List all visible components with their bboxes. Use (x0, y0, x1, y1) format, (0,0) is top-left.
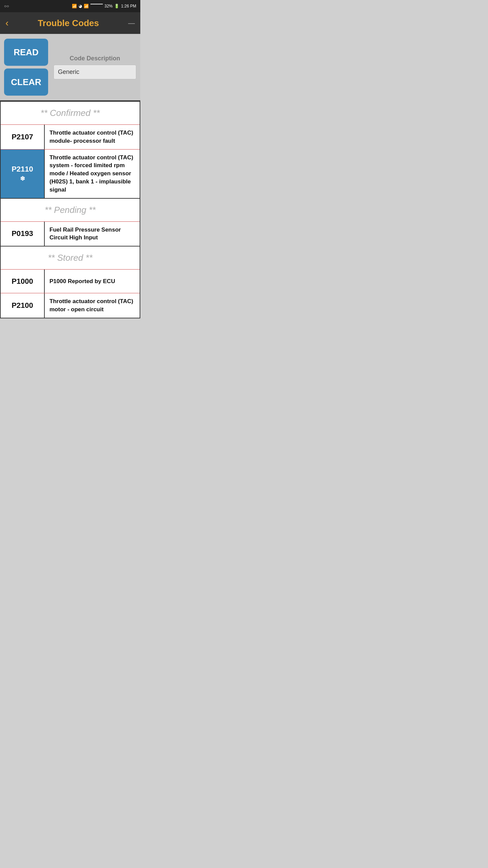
stored-section-header: ** Stored ** (1, 246, 140, 269)
code-value: P2100 (12, 301, 33, 310)
code-cell-p0193[interactable]: P0193 (1, 222, 45, 246)
status-left-icons: ○○ (4, 4, 9, 8)
controls-area: READ CLEAR Code Description (0, 34, 140, 100)
code-cell-p2107[interactable]: P2107 (1, 125, 45, 149)
code-description-label: Code Description (54, 55, 136, 62)
table-row: P2100 Throttle actuator control (TAC) mo… (1, 293, 140, 318)
trouble-codes-table: ** Confirmed ** P2107 Throttle actuator … (0, 100, 140, 318)
code-value: P2107 (12, 133, 33, 141)
code-value: P2110 (12, 165, 33, 174)
code-cell-p1000[interactable]: P1000 (1, 270, 45, 293)
battery-level: 32% (104, 4, 113, 8)
table-row: P0193 Fuel Rail Pressure Sensor Circuit … (1, 221, 140, 246)
desc-cell-p2110: Throttle actuator control (TAC) system -… (45, 150, 140, 198)
battery-icon: 🔋 (114, 4, 119, 8)
minimize-button[interactable]: — (128, 20, 135, 26)
alarm-icon: ◕ (79, 4, 82, 8)
back-button[interactable]: ‹ (5, 18, 8, 28)
confirmed-section-header: ** Confirmed ** (1, 101, 140, 124)
pending-section-header: ** Pending ** (1, 198, 140, 221)
code-description-section: Code Description (54, 55, 136, 79)
code-value: P1000 (12, 277, 33, 286)
wifi-icon: 📶 (84, 4, 89, 8)
table-row: P1000 P1000 Reported by ECU (1, 269, 140, 293)
snowflake-icon: ❄ (20, 175, 25, 182)
signal-icon: ▔▔▔▔ (90, 4, 103, 8)
status-right-info: 📶 ◕ 📶 ▔▔▔▔ 32% 🔋 1:26 PM (72, 4, 136, 8)
table-row: P2107 Throttle actuator control (TAC) mo… (1, 124, 140, 149)
table-row: P2110 ❄ Throttle actuator control (TAC) … (1, 149, 140, 198)
read-button[interactable]: READ (4, 39, 48, 66)
desc-cell-p1000: P1000 Reported by ECU (45, 270, 140, 293)
code-cell-inner: P2110 ❄ (12, 165, 33, 182)
time-display: 1:26 PM (121, 4, 136, 8)
clear-button[interactable]: CLEAR (4, 68, 48, 96)
code-cell-p2110[interactable]: P2110 ❄ (1, 150, 45, 198)
code-description-input[interactable] (54, 65, 136, 79)
app-header: ‹ Trouble Codes — (0, 12, 140, 34)
bluetooth-icon: 📶 (72, 4, 77, 8)
code-value: P0193 (12, 229, 33, 238)
page-title: Trouble Codes (8, 18, 128, 28)
code-cell-p2100[interactable]: P2100 (1, 293, 45, 318)
desc-cell-p2107: Throttle actuator control (TAC) module- … (45, 125, 140, 149)
status-bar: ○○ 📶 ◕ 📶 ▔▔▔▔ 32% 🔋 1:26 PM (0, 0, 140, 12)
desc-cell-p2100: Throttle actuator control (TAC) motor - … (45, 293, 140, 318)
desc-cell-p0193: Fuel Rail Pressure Sensor Circuit High I… (45, 222, 140, 246)
action-buttons: READ CLEAR (4, 39, 48, 96)
